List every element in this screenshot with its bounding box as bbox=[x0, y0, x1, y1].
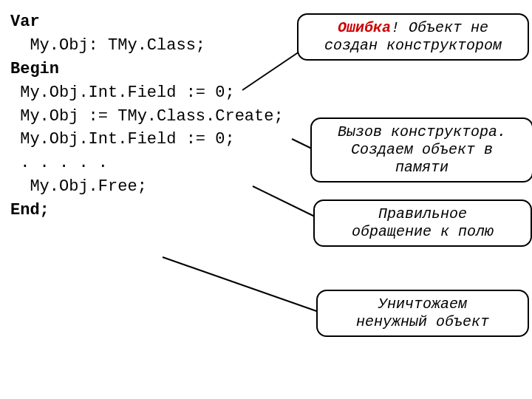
callout-error-line2: создан конструктором bbox=[306, 37, 520, 55]
callout-error-rest: ! Объект не bbox=[391, 19, 488, 36]
code-line-begin: Begin bbox=[10, 58, 522, 81]
callout-correct-access: Правильное обращение к полю bbox=[313, 200, 532, 247]
svg-line-3 bbox=[163, 257, 321, 313]
callout-constructor-line3: памяти bbox=[319, 159, 525, 177]
callout-constructor: Вызов конструктора. Создаем объект в пам… bbox=[310, 117, 532, 183]
callout-destroy: Уничтожаем ненужный объект bbox=[316, 290, 529, 337]
callout-error-word: Ошибка bbox=[338, 19, 391, 36]
callout-correct-line2: обращение к полю bbox=[322, 223, 523, 241]
code-line-assign1: My.Obj.Int.Field := 0; bbox=[10, 81, 522, 105]
callout-destroy-line2: ненужный объект bbox=[325, 313, 520, 331]
callout-error-line1: Ошибка! Объект не bbox=[306, 19, 520, 37]
callout-constructor-line2: Создаем объект в bbox=[319, 141, 525, 159]
callout-error: Ошибка! Объект не создан конструктором bbox=[297, 13, 529, 61]
callout-correct-line1: Правильное bbox=[322, 205, 523, 223]
callout-constructor-line1: Вызов конструктора. bbox=[319, 123, 525, 141]
callout-destroy-line1: Уничтожаем bbox=[325, 296, 520, 313]
